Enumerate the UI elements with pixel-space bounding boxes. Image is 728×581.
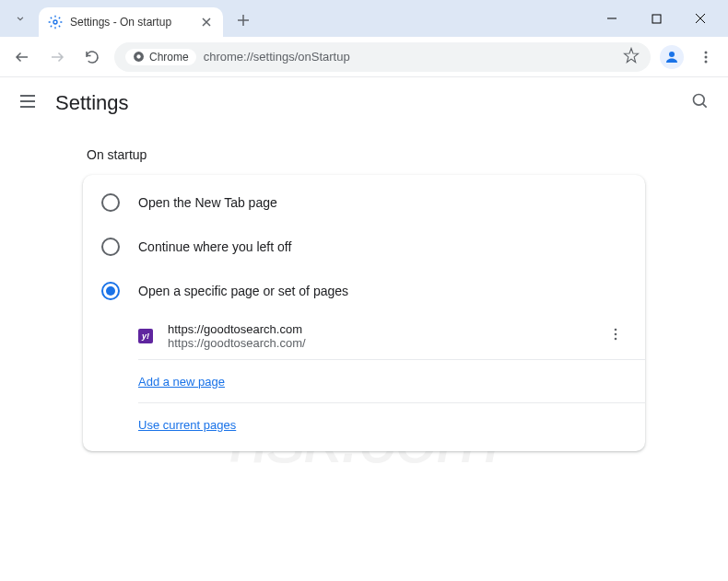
maximize-button[interactable]	[643, 6, 669, 31]
radio-label: Open the New Tab page	[138, 195, 277, 210]
svg-point-5	[705, 51, 708, 53]
new-tab-button[interactable]	[230, 7, 256, 33]
reload-button[interactable]	[79, 44, 105, 70]
titlebar: Settings - On startup	[0, 0, 728, 37]
hamburger-menu-button[interactable]	[18, 92, 37, 114]
site-chip[interactable]: Chrome	[125, 49, 196, 65]
svg-point-6	[705, 55, 708, 58]
section-title: On startup	[83, 147, 645, 162]
chrome-logo-icon	[133, 51, 145, 63]
forward-button[interactable]	[44, 44, 70, 70]
svg-point-10	[615, 333, 617, 336]
page-info: https://goodtosearch.com https://goodtos…	[168, 322, 605, 350]
content-area: On startup Open the New Tab page Continu…	[0, 129, 728, 451]
startup-pages-list: y! https://goodtosearch.com https://good…	[83, 313, 645, 446]
svg-point-4	[669, 52, 675, 57]
startup-card: Open the New Tab page Continue where you…	[83, 175, 645, 451]
close-window-button[interactable]	[687, 6, 713, 31]
arrow-right-icon	[49, 49, 65, 65]
page-url-text: https://goodtosearch.com/	[168, 336, 605, 350]
minimize-icon	[606, 13, 617, 24]
more-vertical-icon	[699, 50, 713, 64]
add-page-link[interactable]: Add a new page	[138, 375, 225, 389]
radio-button[interactable]	[101, 193, 120, 212]
search-settings-button[interactable]	[691, 92, 710, 114]
radio-button[interactable]	[101, 238, 120, 256]
settings-header: Settings	[0, 77, 728, 129]
menu-button[interactable]	[693, 44, 719, 70]
hamburger-icon	[18, 92, 37, 110]
radio-label: Continue where you left off	[138, 239, 291, 254]
svg-point-7	[705, 60, 708, 63]
back-button[interactable]	[9, 44, 35, 70]
svg-point-11	[615, 338, 617, 341]
page-favicon-icon: y!	[138, 329, 153, 343]
svg-point-9	[615, 329, 617, 331]
browser-tab[interactable]: Settings - On startup	[39, 7, 223, 37]
toolbar: Chrome chrome://settings/onStartup	[0, 37, 728, 77]
add-page-row: Add a new page	[138, 360, 645, 403]
radio-option-specific[interactable]: Open a specific page or set of pages	[83, 269, 645, 313]
page-title-text: https://goodtosearch.com	[168, 322, 605, 336]
url-text: chrome://settings/onStartup	[204, 50, 616, 64]
svg-point-0	[53, 20, 57, 24]
site-chip-label: Chrome	[149, 51, 189, 64]
tab-title: Settings - On startup	[70, 16, 199, 29]
page-more-button[interactable]	[605, 323, 627, 349]
svg-rect-1	[652, 15, 661, 23]
startup-section: On startup Open the New Tab page Continu…	[83, 147, 645, 451]
profile-icon	[663, 49, 680, 65]
tab-search-button[interactable]	[7, 6, 33, 31]
radio-option-new-tab[interactable]: Open the New Tab page	[83, 180, 645, 225]
svg-point-8	[694, 94, 705, 105]
radio-option-continue[interactable]: Continue where you left off	[83, 225, 645, 269]
maximize-icon	[652, 14, 662, 24]
bookmark-button[interactable]	[623, 47, 640, 67]
page-title: Settings	[55, 91, 129, 115]
profile-button[interactable]	[660, 45, 684, 69]
address-bar[interactable]: Chrome chrome://settings/onStartup	[114, 42, 651, 72]
close-icon	[202, 17, 211, 27]
tab-close-button[interactable]	[199, 15, 214, 29]
svg-point-3	[136, 54, 140, 58]
radio-label: Open a specific page or set of pages	[138, 284, 348, 298]
more-vertical-icon	[608, 327, 623, 342]
arrow-left-icon	[14, 49, 30, 65]
plus-icon	[237, 14, 250, 27]
startup-page-row: y! https://goodtosearch.com https://good…	[138, 313, 645, 360]
settings-gear-icon	[48, 15, 63, 29]
reload-icon	[84, 49, 100, 65]
star-icon	[623, 47, 640, 64]
close-icon	[695, 13, 706, 24]
search-icon	[691, 92, 710, 110]
minimize-button[interactable]	[599, 6, 625, 31]
radio-button[interactable]	[101, 282, 120, 300]
use-current-link[interactable]: Use current pages	[138, 418, 236, 432]
chevron-down-icon	[14, 12, 27, 25]
use-current-row: Use current pages	[138, 403, 645, 446]
